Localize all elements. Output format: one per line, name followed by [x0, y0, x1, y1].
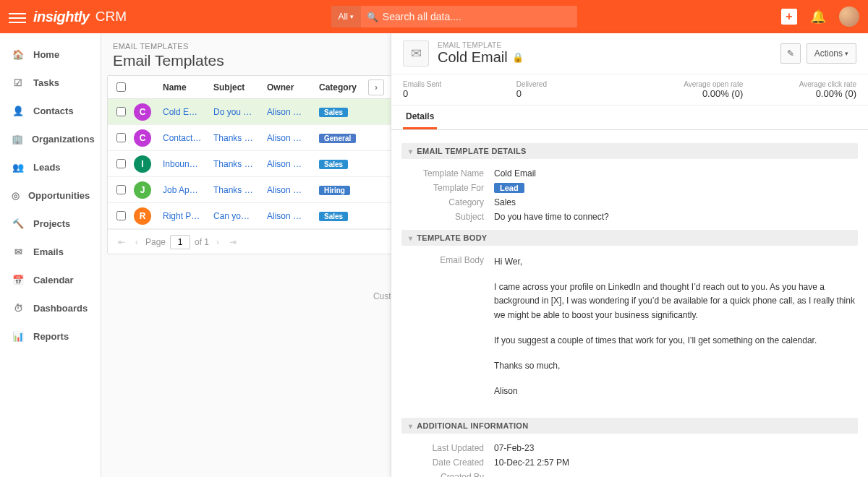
people-icon: 👥: [12, 161, 25, 174]
chevron-down-icon: ▾: [409, 234, 412, 242]
stats-row: Emails Sent0 Delivered0 Average open rat…: [391, 74, 868, 106]
row-subject[interactable]: Thanks …: [213, 133, 267, 143]
brand-logo: insightly: [33, 9, 90, 25]
select-all-checkbox[interactable]: [116, 82, 126, 92]
building-icon: 🏢: [12, 133, 23, 146]
section-details[interactable]: ▾EMAIL TEMPLATE DETAILS: [401, 143, 858, 159]
nav-organizations[interactable]: 🏢Organizations: [0, 125, 101, 153]
row-avatar: R: [134, 207, 151, 225]
pager-prev[interactable]: ‹: [132, 236, 141, 249]
email-body: Hi Wer, I came across your profile on Li…: [494, 255, 858, 410]
row-owner[interactable]: Alison …: [267, 211, 319, 221]
pager-first[interactable]: ⇤: [115, 236, 128, 249]
actions-button[interactable]: Actions ▾: [807, 43, 856, 64]
col-owner[interactable]: Owner: [267, 82, 319, 93]
row-name[interactable]: Job Ap…: [160, 185, 213, 195]
page-number-input[interactable]: [170, 235, 190, 249]
row-subject[interactable]: Thanks …: [213, 185, 267, 195]
detail-kicker: EMAIL TEMPLATE: [438, 41, 772, 49]
category-pill: General: [319, 134, 356, 143]
lock-icon: 🔒: [512, 52, 524, 63]
pager-next[interactable]: ›: [213, 236, 222, 249]
target-icon: ◎: [12, 189, 20, 202]
contact-icon: 👤: [12, 105, 25, 118]
row-checkbox[interactable]: [116, 107, 126, 116]
menu-icon[interactable]: [9, 10, 26, 23]
row-subject[interactable]: Can yo…: [213, 211, 267, 221]
envelope-icon: ✉: [12, 246, 25, 259]
row-avatar: C: [134, 103, 151, 121]
category-pill: Sales: [319, 160, 348, 169]
nav-emails[interactable]: ✉Emails: [0, 238, 101, 266]
category-pill: Sales: [319, 108, 348, 117]
nav-dashboards[interactable]: ⏱Dashboards: [0, 294, 101, 322]
envelope-icon: ✉: [403, 40, 429, 66]
hammer-icon: 🔨: [12, 218, 25, 231]
row-name[interactable]: Right P…: [160, 211, 213, 221]
detail-panel: ✉ EMAIL TEMPLATE Cold Email🔒 ✎ Actions ▾…: [391, 33, 868, 477]
row-avatar: J: [134, 181, 151, 199]
row-subject[interactable]: Thanks …: [213, 159, 267, 169]
category-pill: Hiring: [319, 186, 350, 195]
pager-last[interactable]: ⇥: [226, 236, 239, 249]
chevron-down-icon: ▾: [409, 147, 412, 155]
search-icon: 🔍: [367, 12, 378, 22]
home-icon: 🏠: [12, 48, 25, 61]
col-category[interactable]: Category: [319, 82, 365, 93]
row-owner[interactable]: Alison …: [267, 185, 319, 195]
topbar: insightly CRM All ▾ 🔍 + 🔔: [0, 0, 868, 33]
nav-opportunities[interactable]: ◎Opportunities: [0, 181, 101, 210]
sidebar: 🏠Home ☑Tasks 👤Contacts 🏢Organizations 👥L…: [0, 33, 101, 477]
add-button[interactable]: +: [781, 9, 797, 25]
edit-button[interactable]: ✎: [780, 43, 801, 64]
pencil-icon: ✎: [787, 48, 794, 59]
section-additional[interactable]: ▾ADDITIONAL INFORMATION: [401, 418, 858, 434]
main-content: EMAIL TEMPLATES Email Templates Name Sub…: [101, 33, 868, 477]
search-input[interactable]: [383, 11, 542, 22]
nav-contacts[interactable]: 👤Contacts: [0, 97, 101, 125]
row-owner[interactable]: Alison …: [267, 133, 319, 143]
col-name[interactable]: Name: [160, 82, 213, 93]
calendar-icon: 📅: [12, 274, 25, 287]
user-avatar[interactable]: [839, 7, 859, 27]
section-body[interactable]: ▾TEMPLATE BODY: [401, 230, 858, 246]
global-search: All ▾ 🔍: [331, 6, 577, 27]
chevron-down-icon: ▾: [409, 422, 412, 430]
row-owner[interactable]: Alison …: [267, 107, 319, 117]
row-name[interactable]: Cold E…: [160, 107, 213, 117]
bell-icon[interactable]: 🔔: [810, 9, 826, 25]
tab-details[interactable]: Details: [403, 106, 437, 129]
row-owner[interactable]: Alison …: [267, 159, 319, 169]
search-scope-button[interactable]: All ▾: [331, 6, 361, 27]
check-icon: ☑: [12, 77, 25, 90]
row-avatar: I: [134, 155, 151, 173]
row-subject[interactable]: Do you …: [213, 107, 267, 117]
chart-icon: 📊: [12, 330, 25, 343]
expand-button[interactable]: ›: [368, 80, 384, 95]
chevron-down-icon: ▾: [845, 50, 848, 57]
row-name[interactable]: Inboun…: [160, 159, 213, 169]
detail-title: Cold Email🔒: [438, 49, 772, 66]
lead-pill: Lead: [494, 183, 524, 193]
chevron-down-icon: ▾: [350, 13, 354, 20]
nav-tasks[interactable]: ☑Tasks: [0, 69, 101, 97]
nav-projects[interactable]: 🔨Projects: [0, 210, 101, 238]
row-name[interactable]: Contact…: [160, 133, 213, 143]
col-subject[interactable]: Subject: [213, 82, 267, 93]
gauge-icon: ⏱: [12, 302, 25, 315]
row-checkbox[interactable]: [116, 185, 126, 194]
nav-calendar[interactable]: 📅Calendar: [0, 266, 101, 294]
nav-home[interactable]: 🏠Home: [0, 40, 101, 69]
row-avatar: C: [134, 129, 151, 147]
product-name: CRM: [95, 9, 127, 25]
row-checkbox[interactable]: [116, 211, 126, 220]
nav-leads[interactable]: 👥Leads: [0, 153, 101, 181]
nav-reports[interactable]: 📊Reports: [0, 322, 101, 351]
category-pill: Sales: [319, 212, 348, 221]
row-checkbox[interactable]: [116, 159, 126, 168]
row-checkbox[interactable]: [116, 133, 126, 142]
